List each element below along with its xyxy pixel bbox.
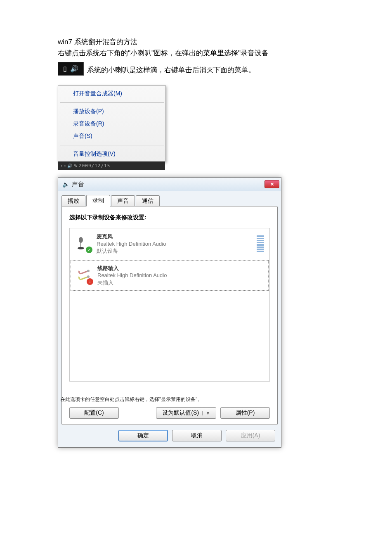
recording-tab-panel: 选择以下录制设备来修改设置: ✓ 麦克风 Realtek High bbox=[61, 206, 278, 425]
device-status: 默认设备 bbox=[97, 247, 253, 255]
ok-button[interactable]: 确定 bbox=[118, 430, 168, 441]
apply-button[interactable]: 应用(A) bbox=[226, 430, 275, 441]
sound-dialog: 🔈 声音 ✕ 播放 录制 声音 通信 选择以下录制设备来修改设置: bbox=[58, 177, 281, 448]
panel-caption: 选择以下录制设备来修改设置: bbox=[69, 214, 270, 221]
tab-playback[interactable]: 播放 bbox=[61, 195, 85, 206]
device-item-line-in[interactable]: ↓ 线路输入 Realtek High Definition Audio 未插入 bbox=[71, 260, 269, 291]
intro-text: win7 系统翻开混音的方法 右键点击系统右下角的"小喇叭"图标，在弹出的菜单里… bbox=[58, 37, 392, 58]
chevron-down-icon[interactable]: ▼ bbox=[202, 411, 210, 415]
status-ok-icon: ✓ bbox=[86, 247, 92, 253]
line-in-icon: ↓ bbox=[76, 268, 92, 283]
menu-recording-devices[interactable]: 录音设备(R) bbox=[58, 118, 165, 130]
tab-recording[interactable]: 录制 bbox=[86, 195, 110, 206]
close-icon: ✕ bbox=[270, 182, 274, 187]
microphone-icon: ✓ bbox=[75, 236, 91, 251]
properties-button[interactable]: 属性(P) bbox=[220, 407, 270, 419]
dialog-titlebar: 🔈 声音 ✕ bbox=[58, 178, 281, 191]
dialog-title: 声音 bbox=[72, 180, 84, 188]
close-button[interactable]: ✕ bbox=[264, 180, 279, 188]
battery-icon: ▯ bbox=[63, 65, 67, 73]
set-default-button[interactable]: 设为默认值(S) ▼ bbox=[156, 407, 216, 419]
svg-point-2 bbox=[78, 247, 84, 249]
speaker-context-menu: 打开音量合成器(M) 播放设备(P) 录音设备(R) 声音(S) 音量控制选项(… bbox=[58, 85, 166, 162]
dialog-tabs: 播放 录制 声音 通信 bbox=[58, 191, 281, 206]
speaker-mini-icon: 🔊 bbox=[67, 164, 72, 168]
device-item-microphone[interactable]: ✓ 麦克风 Realtek High Definition Audio 默认设备 bbox=[70, 228, 269, 259]
taskbar-sliver: ▪ ▫ 🔊 ✎ 2009/12/15 bbox=[58, 161, 165, 170]
tray-caption: 系统的小喇叭是这样滴，右键单击后消灭下面的菜单。 bbox=[87, 65, 255, 76]
configure-button[interactable]: 配置(C) bbox=[69, 407, 119, 419]
menu-separator bbox=[60, 102, 164, 103]
system-tray: ▯ 🔊 bbox=[58, 62, 84, 76]
device-name: 麦克风 bbox=[97, 233, 253, 240]
mini-icon: ▪ bbox=[61, 164, 63, 168]
intro-line-1: win7 系统翻开混音的方法 bbox=[58, 37, 392, 47]
tray-line: ▯ 🔊 系统的小喇叭是这样滴，右键单击后消灭下面的菜单。 bbox=[58, 62, 392, 76]
intro-line-2: 右键点击系统右下角的"小喇叭"图标，在弹出的菜单里选择"录音设备 bbox=[58, 48, 392, 58]
cancel-button[interactable]: 取消 bbox=[172, 430, 222, 441]
menu-sounds[interactable]: 声音(S) bbox=[58, 130, 165, 142]
level-meter bbox=[257, 235, 264, 252]
svg-point-4 bbox=[87, 275, 90, 278]
tab-sounds[interactable]: 声音 bbox=[111, 195, 135, 206]
svg-point-0 bbox=[79, 237, 83, 243]
menu-playback-devices[interactable]: 播放设备(P) bbox=[58, 105, 165, 118]
sound-icon: 🔈 bbox=[62, 181, 69, 187]
menu-separator bbox=[60, 145, 164, 145]
svg-rect-1 bbox=[80, 242, 81, 247]
dialog-footer: 确定 取消 应用(A) bbox=[58, 425, 281, 447]
annotation-hint: 在此选项卡的任意空白处点击鼠标右键，选择"显示禁用的设备"。 bbox=[60, 396, 203, 403]
taskbar-date: 2009/12/15 bbox=[79, 163, 110, 168]
mini-icon: ✎ bbox=[74, 164, 77, 168]
device-driver: Realtek High Definition Audio bbox=[97, 240, 253, 248]
set-default-label: 设为默认值(S) bbox=[162, 409, 199, 417]
menu-open-mixer[interactable]: 打开音量合成器(M) bbox=[58, 88, 165, 100]
device-driver: Realtek High Definition Audio bbox=[97, 272, 263, 279]
mini-icon: ▫ bbox=[64, 164, 66, 168]
device-status: 未插入 bbox=[97, 279, 263, 287]
menu-volume-options[interactable]: 音量控制选项(V) bbox=[58, 148, 165, 160]
panel-button-row: 配置(C) 设为默认值(S) ▼ 属性(P) bbox=[69, 407, 270, 419]
device-list[interactable]: ✓ 麦克风 Realtek High Definition Audio 默认设备 bbox=[69, 228, 270, 382]
svg-point-3 bbox=[87, 270, 90, 272]
device-name: 线路输入 bbox=[97, 265, 263, 272]
status-unplugged-icon: ↓ bbox=[87, 278, 93, 285]
tab-communications[interactable]: 通信 bbox=[136, 195, 160, 206]
speaker-icon[interactable]: 🔊 bbox=[70, 65, 78, 73]
